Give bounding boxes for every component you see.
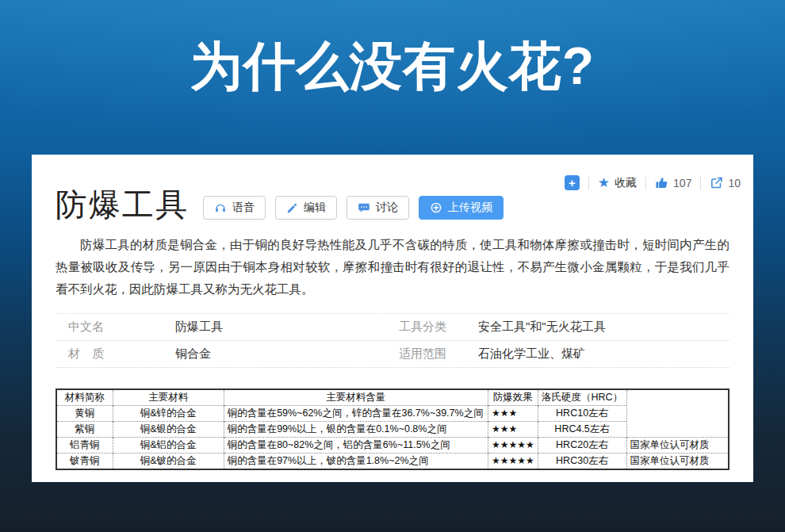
cell-content: 铜的含量在99%以上，银的含量在0.1%~0.8%之间 — [224, 422, 488, 438]
col-header: 主要材料 — [113, 389, 224, 406]
info-value: 铜合金 — [175, 346, 211, 362]
cell-hardness: HRC30左右 — [538, 454, 626, 470]
voice-button[interactable]: 语音 — [203, 196, 266, 220]
share-icon — [710, 176, 723, 189]
table-row: 铍青铜 铜&铍的合金 铜的含量在97%以上，铍的含量1.8%~2%之间 ★★★★… — [56, 454, 729, 470]
discuss-button[interactable]: 讨论 — [347, 196, 409, 220]
info-value: 安全工具"和"无火花工具 — [478, 320, 606, 335]
cell-hardness: HRC10左右 — [538, 406, 626, 422]
entry-title: 防爆工具 — [56, 186, 189, 223]
info-value: 防爆工具 — [175, 320, 223, 335]
edit-button[interactable]: 编辑 — [275, 196, 337, 220]
cell-content: 铜的含量在97%以上，铍的含量1.8%~2%之间 — [224, 454, 488, 470]
encyclopedia-card: + ★ 收藏 107 10 防爆工具 — [32, 155, 753, 482]
share-button[interactable]: 10 — [710, 176, 741, 189]
upload-video-label: 上传视频 — [448, 201, 492, 215]
info-label: 中文名 — [68, 320, 175, 335]
info-pair-material: 材 质 铜合金 — [68, 346, 399, 362]
cell-rating: ★★★★★ — [488, 454, 538, 470]
cell-material-name: 黄铜 — [56, 406, 113, 422]
cell-rating: ★★★★★ — [488, 438, 538, 454]
materials-table: 材料简称 主要材料 主要材料含量 防爆效果 洛氏硬度（HRC） 黄铜 铜&锌的合… — [56, 388, 729, 470]
headphones-icon — [214, 201, 227, 214]
divider — [588, 177, 589, 189]
like-count: 107 — [673, 177, 691, 189]
info-label: 工具分类 — [399, 320, 478, 335]
cell-main-material: 铜&锌的合金 — [113, 406, 224, 422]
info-pair-chinese-name: 中文名 防爆工具 — [68, 320, 399, 335]
cell-certification: 国家单位认可材质 — [626, 438, 729, 454]
cell-hardness: HRC4.5左右 — [538, 422, 626, 438]
like-button[interactable]: 107 — [655, 176, 691, 189]
col-header-empty — [626, 389, 729, 438]
cell-material-name: 紫铜 — [56, 422, 113, 438]
voice-label: 语音 — [232, 201, 255, 215]
col-header: 材料简称 — [56, 389, 113, 406]
cell-material-name: 铝青铜 — [56, 438, 113, 454]
col-header: 主要材料含量 — [224, 389, 488, 406]
col-header: 防爆效果 — [488, 389, 538, 406]
summary-paragraph: 防爆工具的材质是铜合金，由于铜的良好导热性能及几乎不含碳的特质，使工具和物体摩擦… — [56, 234, 729, 301]
chat-icon — [358, 201, 370, 214]
slide-background: 为什么没有火花? + ★ 收藏 107 — [0, 0, 785, 532]
cell-hardness: HRC20左右 — [538, 438, 626, 454]
table-row: 铝青铜 铜&铝的合金 铜的含量在80~82%之间，铝的含量6%~11.5%之间 … — [56, 438, 729, 454]
divider — [645, 177, 646, 189]
cell-material-name: 铍青铜 — [56, 454, 113, 470]
favorite-label: 收藏 — [615, 176, 637, 190]
entry-buttons: 语音 编辑 讨论 上传 — [203, 196, 504, 220]
cell-certification: 国家单位认可材质 — [626, 454, 729, 470]
discuss-label: 讨论 — [376, 201, 398, 215]
plus-circle-icon — [430, 201, 442, 214]
info-row: 材 质 铜合金 适用范围 石油化学工业、煤矿 — [56, 341, 729, 368]
thumbs-up-icon — [655, 176, 668, 189]
info-value: 石油化学工业、煤矿 — [478, 346, 585, 362]
info-pair-application: 适用范围 石油化学工业、煤矿 — [399, 346, 729, 362]
edit-label: 编辑 — [304, 201, 326, 215]
upload-video-button[interactable]: 上传视频 — [419, 196, 504, 220]
action-bar: + ★ 收藏 107 10 — [565, 175, 741, 190]
table-header-row: 材料简称 主要材料 主要材料含量 防爆效果 洛氏硬度（HRC） — [56, 389, 729, 406]
info-pair-tool-category: 工具分类 安全工具"和"无火花工具 — [399, 320, 729, 335]
cell-content: 铜的含量在59%~62%之间，锌的含量在36.7%~39.7%之间 — [224, 406, 488, 422]
info-label: 材 质 — [68, 346, 175, 362]
cell-rating: ★★★ — [488, 406, 538, 422]
col-header: 洛氏硬度（HRC） — [538, 389, 626, 406]
divider — [700, 177, 701, 189]
favorite-button[interactable]: ★ 收藏 — [598, 176, 637, 190]
cell-main-material: 铜&银的合金 — [113, 422, 224, 438]
pencil-icon — [286, 202, 298, 214]
info-label: 适用范围 — [399, 346, 478, 362]
info-row: 中文名 防爆工具 工具分类 安全工具"和"无火花工具 — [56, 314, 729, 341]
cell-rating: ★★★ — [488, 422, 538, 438]
share-count: 10 — [728, 177, 741, 189]
add-button[interactable]: + — [565, 175, 580, 190]
cell-main-material: 铜&铍的合金 — [113, 454, 224, 470]
cell-main-material: 铜&铝的合金 — [113, 438, 224, 454]
cell-content: 铜的含量在80~82%之间，铝的含量6%~11.5%之间 — [224, 438, 488, 454]
slide-title: 为什么没有火花? — [0, 36, 785, 97]
plus-icon: + — [569, 177, 576, 189]
basic-info-box: 中文名 防爆工具 工具分类 安全工具"和"无火花工具 材 质 铜合金 适用范围 … — [56, 313, 729, 368]
star-icon: ★ — [598, 176, 610, 189]
